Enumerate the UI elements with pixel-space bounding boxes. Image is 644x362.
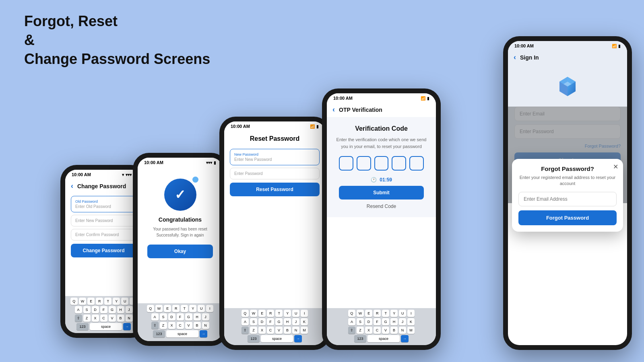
kb-key[interactable]: Y [390, 310, 398, 317]
kb-123-key[interactable]: 123 [248, 335, 260, 342]
kb-space-key[interactable]: space [367, 335, 400, 342]
kb-key[interactable]: J [202, 313, 209, 321]
okay-button[interactable]: Okay [147, 245, 213, 258]
kb-return-key[interactable]: → [123, 323, 131, 330]
kb-key[interactable]: T [181, 305, 188, 312]
kb-key[interactable]: X [365, 327, 372, 334]
kb-key[interactable]: S [83, 306, 91, 313]
kb-key[interactable]: X [258, 327, 266, 334]
kb-shift-key[interactable]: ⇧ [151, 322, 159, 329]
kb-key[interactable]: F [177, 313, 184, 321]
otp-box-4[interactable] [392, 156, 406, 171]
forgot-password-button[interactable]: Forgot Password [518, 210, 617, 225]
kb-key[interactable]: Q [70, 298, 78, 305]
old-password-field[interactable]: Old Password Enter Old Password [71, 196, 136, 212]
kb-key[interactable]: J [399, 318, 406, 325]
kb-key[interactable]: K [301, 318, 308, 325]
kb-key[interactable]: G [275, 318, 283, 325]
kb-key[interactable]: G [109, 306, 116, 313]
kb-key[interactable]: N [202, 322, 209, 329]
resend-code-link[interactable]: Resend Code [333, 204, 429, 209]
kb-key[interactable]: C [100, 315, 107, 322]
kb-key[interactable]: F [374, 318, 381, 325]
kb-key[interactable]: Q [242, 310, 249, 317]
kb-key[interactable]: R [172, 305, 180, 312]
kb-key[interactable]: F [267, 318, 274, 325]
kb-key[interactable]: G [185, 313, 192, 321]
kb-key[interactable]: U [198, 305, 205, 312]
kb-return-key[interactable]: → [200, 330, 207, 337]
kb-key[interactable]: T [104, 298, 111, 305]
kb-key[interactable]: D [365, 318, 372, 325]
kb-key[interactable]: E [87, 298, 95, 305]
kb-key[interactable]: E [365, 310, 372, 317]
kb-key[interactable]: W [155, 305, 163, 312]
kb-key[interactable]: B [117, 315, 124, 322]
kb-key[interactable]: M [301, 327, 308, 334]
kb-key[interactable]: A [348, 318, 355, 325]
kb-key[interactable]: G [382, 318, 389, 325]
kb-key[interactable]: H [390, 318, 398, 325]
kb-key[interactable]: I [407, 310, 415, 317]
kb-key[interactable]: N [399, 327, 406, 334]
kb-key[interactable]: W [357, 310, 364, 317]
kb-key[interactable]: X [92, 315, 99, 322]
kb-key[interactable]: B [390, 327, 398, 334]
kb-key[interactable]: Z [357, 327, 364, 334]
otp-box-3[interactable] [374, 156, 389, 171]
kb-key[interactable]: Z [83, 315, 91, 322]
reset-password-button[interactable]: Reset Password [230, 183, 320, 196]
kb-key[interactable]: U [399, 310, 406, 317]
kb-key[interactable]: A [151, 313, 159, 321]
kb-return-key[interactable]: → [294, 335, 302, 342]
kb-key[interactable]: E [164, 305, 171, 312]
otp-box-2[interactable] [357, 156, 371, 171]
kb-key[interactable]: D [92, 306, 99, 313]
modal-close-button[interactable]: ✕ [613, 163, 618, 171]
kb-key[interactable]: R [96, 298, 103, 305]
kb-key[interactable]: Z [160, 322, 167, 329]
kb-key[interactable]: B [194, 322, 201, 329]
kb-space-key[interactable]: space [166, 330, 198, 337]
kb-shift-key[interactable]: ⇧ [348, 327, 355, 334]
kb-key[interactable]: V [109, 315, 116, 322]
otp-box-5[interactable] [409, 156, 424, 171]
kb-key[interactable]: W [79, 298, 87, 305]
kb-key[interactable]: C [267, 327, 274, 334]
new-password-field-1[interactable]: Enter New Password [71, 215, 136, 226]
modal-email-input[interactable] [518, 192, 617, 206]
kb-123-key[interactable]: 123 [153, 330, 165, 337]
kb-key[interactable]: Q [147, 305, 154, 312]
kb-key[interactable]: S [357, 318, 364, 325]
kb-key[interactable]: Q [348, 310, 355, 317]
kb-key[interactable]: J [126, 306, 133, 313]
kb-return-key[interactable]: → [401, 335, 409, 342]
kb-key[interactable]: X [168, 322, 175, 329]
kb-key[interactable]: K [407, 318, 415, 325]
kb-key[interactable]: C [374, 327, 381, 334]
otp-box-1[interactable] [339, 156, 353, 171]
change-password-button[interactable]: Change Password [71, 244, 136, 257]
kb-key[interactable]: A [75, 306, 82, 313]
kb-key[interactable]: T [382, 310, 389, 317]
kb-key[interactable]: U [121, 298, 128, 305]
kb-key[interactable]: N [292, 327, 299, 334]
kb-key[interactable]: R [374, 310, 381, 317]
kb-shift-key[interactable]: ⇧ [75, 315, 82, 322]
password-field-3[interactable]: Enter Password [230, 168, 320, 179]
submit-button[interactable]: Submit [339, 186, 424, 200]
kb-key[interactable]: V [185, 322, 192, 329]
kb-key[interactable]: F [100, 306, 107, 313]
back-icon-5[interactable]: ‹ [514, 53, 516, 62]
kb-key[interactable]: T [275, 310, 283, 317]
kb-123-key[interactable]: 123 [76, 323, 89, 330]
kb-space-key[interactable]: space [261, 335, 293, 342]
new-password-field-3[interactable]: New Password Enter New Password [230, 149, 320, 165]
kb-shift-key[interactable]: ⇧ [242, 327, 249, 334]
kb-key[interactable]: R [267, 310, 274, 317]
kb-key[interactable]: W [250, 310, 258, 317]
kb-key[interactable]: D [168, 313, 175, 321]
confirm-password-field[interactable]: Enter Confirm Password [71, 229, 136, 241]
kb-key[interactable]: Z [250, 327, 257, 334]
kb-key[interactable]: E [258, 310, 266, 317]
